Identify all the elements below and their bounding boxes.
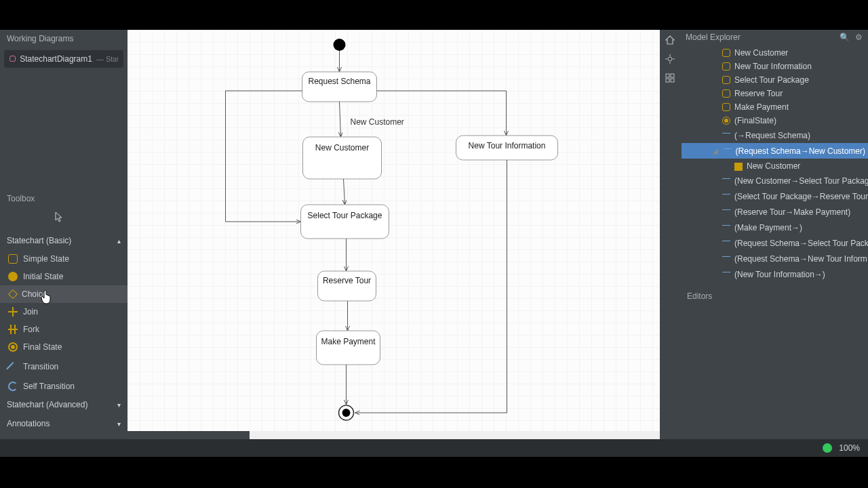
tree-item-state[interactable]: New Tour Information [682,60,868,73]
state-make-payment[interactable] [317,331,380,365]
tree-label: (Request Schema→New Customer) [736,146,865,156]
status-ok-icon [823,443,832,453]
tree-item-transition[interactable]: (Make Payment→) [682,220,868,235]
zoom-level[interactable]: 100% [839,443,860,453]
edge-newtour-to-final[interactable] [355,160,507,413]
tool-self-transition[interactable]: Self Transition [0,378,127,395]
state-label: Select Tour Package [308,211,382,220]
edge-request-to-select[interactable] [226,91,302,222]
tree-item-transition[interactable]: (Request Schema→New Tour Inform [682,251,868,266]
transition-icon [722,209,730,218]
tool-label: Self Transition [23,382,75,391]
tree-item-transition[interactable]: (New Tour Information→) [682,266,868,282]
tree-item-state[interactable]: Make Payment [682,100,868,114]
tree-item-transition[interactable]: (→Request Schema) [682,127,868,143]
tree-item-state[interactable]: Select Tour Package [682,73,868,87]
svg-rect-10 [671,74,674,77]
chevron-down-icon: ▾ [117,420,121,428]
transition-icon [6,362,20,375]
state-select-tour-package[interactable] [301,205,389,239]
state-icon [722,62,730,70]
tool-transition[interactable]: Transition [0,356,127,378]
toolbox-pointer-tool[interactable] [0,207,127,231]
state-icon [722,89,730,98]
panel-tools: 🔍 ⚙ [840,33,863,42]
tree-label: Make Payment [734,102,789,112]
model-tree[interactable]: New Customer New Tour Information Select… [680,45,868,283]
state-label: Reserve Tour [323,276,371,285]
toolbox-section-advanced[interactable]: Statechart (Advanced) ▾ [0,395,127,414]
svg-rect-12 [671,79,674,82]
tool-list-basic: Simple State Initial State Choice Join F… [0,250,127,395]
initial-state-node[interactable] [334,39,346,51]
initial-state-icon [8,272,18,281]
edge-newcustomer-to-select[interactable] [344,179,345,205]
diagram-tab-suffix: — StateM [96,55,118,63]
svg-text:Request Schema: Request Schema [308,77,370,86]
diagram-canvas[interactable]: Request Schema New Customer New Customer… [127,30,660,439]
tree-label: (Request Schema→Select Tour Pack [734,239,868,248]
transition-icon [722,256,730,264]
transition-icon [722,133,730,141]
tool-label: Initial State [23,272,63,281]
state-label: New Customer [315,143,369,152]
tool-simple-state[interactable]: Simple State [0,250,127,268]
state-label: Make Payment [321,337,376,346]
edge-request-to-newtour[interactable] [377,91,507,136]
tree-item-state[interactable]: New Customer [682,46,868,60]
search-icon[interactable]: 🔍 [840,33,850,42]
trigger-icon [734,163,743,171]
toolbox-section-annotations[interactable]: Annotations ▾ [0,414,127,433]
tree-item-transition[interactable]: (Reserve Tour→Make Payment) [682,204,868,220]
final-state-inner [342,409,351,417]
home-view-button[interactable] [663,33,677,47]
statechart-icon [9,54,16,64]
state-label: New Tour Information [469,141,546,150]
model-explorer-header: Model Explorer 🔍 ⚙ [680,30,868,45]
grid-toggle-button[interactable] [663,70,677,85]
transition-icon [722,178,730,186]
transition-icon [722,225,730,233]
svg-text:Make Payment: Make Payment [321,337,376,346]
tool-join[interactable]: Join [0,303,127,321]
tree-item-transition[interactable]: (Select Tour Package→Reserve Tour [682,188,868,204]
edge-request-to-newcustomer[interactable] [340,102,341,137]
tree-label: (New Tour Information→) [734,270,825,279]
svg-text:New Tour Information: New Tour Information [469,141,546,150]
svg-text:Reserve Tour: Reserve Tour [323,276,371,285]
tree-label: (Reserve Tour→Make Payment) [734,207,850,217]
choice-icon [8,289,18,299]
state-icon [722,49,730,57]
diagram-tab[interactable]: StatechartDiagram1 — StateM [4,50,123,68]
tool-fork[interactable]: Fork [0,321,127,338]
canvas-horizontal-scrollbar[interactable] [127,431,660,439]
tool-choice[interactable]: Choice [0,285,127,303]
toolbox-section-advanced-label: Statechart (Advanced) [7,400,87,409]
collapse-icon[interactable]: ◢ [713,147,719,155]
state-icon [722,76,730,84]
tree-item-transition[interactable]: (New Customer→Select Tour Packag [682,173,868,188]
tree-item-transition[interactable]: (Request Schema→Select Tour Pack [682,235,868,251]
svg-text:Select Tour Package: Select Tour Package [308,211,382,220]
settings-icon[interactable]: ⚙ [855,33,863,42]
tree-label: New Customer [747,161,800,171]
status-bar: 100% [0,439,868,457]
tool-label: Join [23,307,38,317]
transition-icon [722,194,730,202]
locate-button[interactable] [663,52,677,66]
tree-item-final-state[interactable]: (FinalState) [682,114,868,127]
svg-rect-11 [666,79,669,82]
tool-initial-state[interactable]: Initial State [0,268,127,285]
tree-item-state[interactable]: Reserve Tour [682,87,868,100]
transition-icon [722,272,730,280]
chevron-up-icon: ▴ [117,237,121,245]
tree-label: New Customer [734,48,788,58]
tool-label: Fork [23,325,39,334]
tool-final-state[interactable]: Final State [0,338,127,356]
scrollbar-thumb[interactable] [127,431,250,439]
left-panel: Working Diagrams StatechartDiagram1 — St… [0,30,127,439]
tree-item-transition-selected[interactable]: ◢(Request Schema→New Customer) [682,143,868,159]
toolbox-section-basic[interactable]: Statechart (Basic) ▴ [0,231,127,250]
tree-item-trigger[interactable]: New Customer [682,159,868,173]
final-state-icon [8,342,18,352]
